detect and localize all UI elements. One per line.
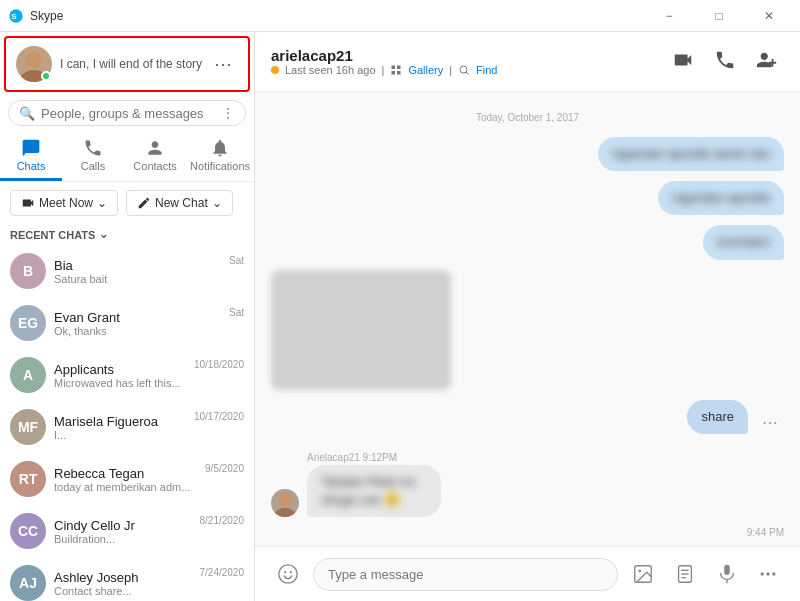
msg-text-2: Ugandan apostle (672, 190, 770, 205)
chat-list-item[interactable]: RT Rebecca Tegan today at memberikan adm… (0, 453, 254, 505)
chat-time: 8/21/2020 (200, 513, 245, 526)
skype-icon: S (8, 8, 24, 24)
sidebar: I can, I will end of the story ⋯ 🔍 ⋮ Cha… (0, 32, 255, 601)
chat-status: Last seen 16h ago | Gallery | Find (271, 64, 498, 76)
find-icon (458, 64, 470, 76)
message-bubble-3: soondam (703, 225, 784, 259)
tab-notifications[interactable]: Notifications (186, 130, 254, 181)
chat-info: Ashley Joseph Contact share... (54, 570, 192, 597)
grid-icon[interactable]: ⋮ (221, 105, 235, 121)
add-person-icon (756, 49, 778, 71)
msg-row-1: Ugandan apostle werte sdu (271, 137, 784, 171)
notifications-icon (210, 138, 230, 158)
svg-point-2 (26, 52, 42, 68)
maximize-button[interactable]: □ (696, 0, 742, 32)
gallery-label[interactable]: Gallery (408, 64, 443, 76)
profile-row[interactable]: I can, I will end of the story ⋯ (4, 36, 250, 92)
message-bubble-share: share (687, 400, 748, 434)
voice-call-button[interactable] (708, 43, 742, 80)
video-call-button[interactable] (666, 43, 700, 80)
meet-now-chevron: ⌄ (97, 196, 107, 210)
messages-area: Today, October 1, 2017 Ugandan apostle w… (255, 92, 800, 546)
chat-list-item[interactable]: CC Cindy Cello Jr Buildration... 8/21/20… (0, 505, 254, 557)
recent-chats-header[interactable]: RECENT CHATS ⌄ (0, 224, 254, 245)
chat-name: Ashley Joseph (54, 570, 192, 585)
msg-row-2: Ugandan apostle (271, 181, 784, 215)
msg-text-1: Ugandan apostle werte sdu (612, 146, 770, 161)
chat-name: Marisela Figueroa (54, 414, 186, 429)
tab-contacts[interactable]: Contacts (124, 130, 186, 181)
online-indicator (41, 71, 51, 81)
tab-chats[interactable]: Chats (0, 130, 62, 181)
more-icon (758, 564, 778, 584)
titlebar: S Skype − □ ✕ (0, 0, 800, 32)
chat-info: Marisela Figueroa I... (54, 414, 186, 441)
avatar-svg (271, 489, 299, 517)
svg-point-25 (772, 572, 775, 575)
svg-point-23 (761, 572, 764, 575)
chat-info: Evan Grant Ok, thanks (54, 310, 221, 337)
svg-text:S: S (11, 12, 17, 21)
timestamp-1: Today, October 1, 2017 (271, 112, 784, 123)
svg-point-12 (279, 565, 297, 583)
recent-chats-label: RECENT CHATS (10, 229, 95, 241)
audio-button[interactable] (710, 557, 744, 591)
chat-list-item[interactable]: EG Evan Grant Ok, thanks Sat (0, 297, 254, 349)
svg-point-11 (273, 508, 297, 517)
nav-tabs: Chats Calls Contacts Notifications (0, 130, 254, 182)
chat-time: Sat (229, 253, 244, 266)
meet-now-button[interactable]: Meet Now ⌄ (10, 190, 118, 216)
action-buttons: Meet Now ⌄ New Chat ⌄ (0, 182, 254, 224)
svg-point-10 (278, 492, 292, 506)
tab-calls-label: Calls (81, 160, 105, 172)
new-chat-chevron: ⌄ (212, 196, 222, 210)
chat-list-item[interactable]: A Applicants Microwaved has left this...… (0, 349, 254, 401)
emoji-button[interactable] (271, 557, 305, 591)
profile-status-text: I can, I will end of the story (60, 57, 202, 71)
svg-rect-7 (397, 71, 401, 75)
chat-preview: today at memberikan adm... (54, 481, 197, 493)
close-button[interactable]: ✕ (746, 0, 792, 32)
new-chat-button[interactable]: New Chat ⌄ (126, 190, 233, 216)
msg-text-share: share (701, 409, 734, 424)
image-icon (632, 563, 654, 585)
message-bubble-2: Ugandan apostle (658, 181, 784, 215)
chat-name: Bia (54, 258, 221, 273)
chat-list-item[interactable]: AJ Ashley Joseph Contact share... 7/24/2… (0, 557, 254, 601)
find-label[interactable]: Find (476, 64, 497, 76)
chat-time: 7/24/2020 (200, 565, 245, 578)
chat-time: 10/18/2020 (194, 357, 244, 370)
new-chat-icon (137, 196, 151, 210)
chat-list-item[interactable]: B Bia Satura bait Sat (0, 245, 254, 297)
chat-list-item[interactable]: MF Marisela Figueroa I... 10/17/2020 (0, 401, 254, 453)
chat-preview: Buildration... (54, 533, 192, 545)
search-input[interactable] (41, 106, 215, 121)
search-bar: 🔍 ⋮ (8, 100, 246, 126)
minimize-button[interactable]: − (646, 0, 692, 32)
message-more-button[interactable]: ⋯ (756, 411, 784, 434)
svg-point-13 (284, 571, 286, 573)
chat-name: Rebecca Tegan (54, 466, 197, 481)
image-attach-button[interactable] (626, 557, 660, 591)
contacts-icon (145, 138, 165, 158)
attach-icon (674, 563, 696, 585)
contact-name: arielacap21 (271, 47, 498, 64)
input-more-button[interactable] (752, 558, 784, 590)
meet-now-icon (21, 196, 35, 210)
chat-avatar: EG (10, 305, 46, 341)
profile-more-button[interactable]: ⋯ (208, 51, 238, 77)
emoji-icon (277, 563, 299, 585)
tab-contacts-label: Contacts (133, 160, 176, 172)
calls-icon (83, 138, 103, 158)
svg-rect-5 (397, 66, 401, 70)
microphone-icon (716, 563, 738, 585)
chat-avatar: MF (10, 409, 46, 445)
chat-preview: Ok, thanks (54, 325, 221, 337)
file-attach-button[interactable] (668, 557, 702, 591)
sent-timestamp: 9:44 PM (271, 527, 784, 538)
add-contact-button[interactable] (750, 43, 784, 80)
chat-info: Bia Satura bait (54, 258, 221, 285)
message-input[interactable] (328, 567, 603, 582)
tab-calls[interactable]: Calls (62, 130, 124, 181)
msg-row-received: Arielacap21 9:12PM Takabe Ptlati mc situ… (271, 452, 784, 517)
